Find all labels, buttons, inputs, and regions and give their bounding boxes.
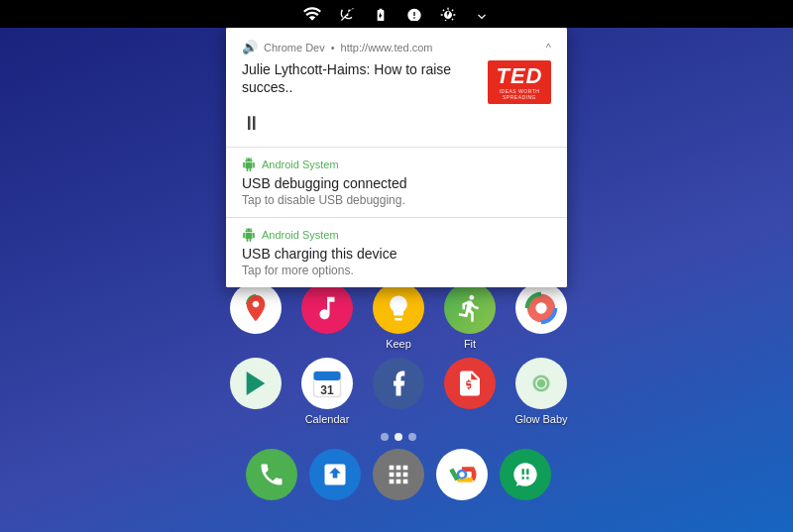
system1-app-name: Android System [262, 159, 339, 170]
dock-inbox[interactable] [303, 449, 367, 500]
notif-media-header: 🔊 Chrome Dev • http://www.ted.com ^ [242, 40, 551, 54]
alarm-icon [440, 7, 456, 21]
dot-3 [408, 433, 416, 441]
app-keep[interactable]: Keep [365, 282, 432, 350]
notification-panel: 🔊 Chrome Dev • http://www.ted.com ^ Juli… [226, 28, 567, 287]
calendar-icon: 31 [301, 358, 353, 409]
page-indicator [220, 433, 577, 441]
wifi-icon [303, 7, 321, 21]
app-row-2: 31 Calendar [220, 358, 577, 425]
calendar-label: Calendar [305, 413, 350, 425]
svg-text:31: 31 [320, 383, 334, 397]
android-icon [242, 158, 256, 171]
battery-icon [373, 7, 389, 21]
ted-logo: TED IDEAS WORTH SPREADING [488, 60, 551, 104]
svg-point-6 [537, 379, 546, 388]
app-grid: Keep Fit [220, 282, 577, 500]
system2-header: Android System [242, 228, 551, 242]
app-play[interactable] [222, 358, 289, 425]
volume-icon: 🔊 [242, 40, 258, 54]
app-glow-baby[interactable]: Glow Baby [508, 358, 575, 425]
inbox-icon [309, 449, 361, 500]
chrome-icon [436, 449, 488, 500]
media-notification[interactable]: 🔊 Chrome Dev • http://www.ted.com ^ Juli… [226, 28, 567, 148]
keep-icon [373, 282, 424, 334]
fit-icon [444, 282, 496, 334]
notif-url: • [331, 42, 335, 53]
svg-marker-1 [247, 372, 266, 395]
usb-debug-title: USB debugging connected [242, 175, 551, 191]
app-row-1: Keep Fit [220, 282, 577, 350]
glow-baby-label: Glow Baby [514, 413, 567, 425]
phone-icon [246, 449, 297, 500]
app-calendar[interactable]: 31 Calendar [293, 358, 361, 425]
music-icon [301, 282, 353, 334]
notif-app-name: Chrome Dev [264, 42, 325, 53]
photos-icon [515, 282, 567, 334]
dock [220, 449, 577, 500]
notif-media-url: http://www.ted.com [341, 42, 433, 53]
ted-logo-text: TED [497, 65, 543, 87]
app-photos[interactable] [508, 282, 575, 350]
app-maps[interactable] [222, 282, 289, 350]
dot-1 [381, 433, 389, 441]
dock-phone[interactable] [240, 449, 303, 500]
usb-debug-notification[interactable]: Android System USB debugging connected T… [226, 148, 567, 218]
glow-baby-icon [515, 358, 567, 409]
expand-icon[interactable] [474, 7, 490, 21]
pause-button[interactable]: ⏸ [242, 112, 262, 135]
fit-label: Fit [464, 338, 476, 350]
app-fit[interactable]: Fit [436, 282, 504, 350]
app-music[interactable] [293, 282, 361, 350]
dock-chrome[interactable] [430, 449, 494, 500]
dock-launcher[interactable] [367, 449, 430, 500]
android-icon-2 [242, 228, 256, 242]
notif-content-row: Julie Lythcott-Haims: How to raise succe… [242, 60, 551, 104]
usb-debug-body: Tap to disable USB debugging. [242, 193, 551, 207]
maps-icon [230, 282, 282, 334]
svg-point-0 [535, 302, 546, 313]
quickoffice-icon [444, 358, 496, 409]
hangouts-icon [500, 449, 551, 500]
app-facebook[interactable] [365, 358, 432, 425]
play-icon [230, 358, 282, 409]
system1-header: Android System [242, 158, 551, 171]
notif-expand-icon: ^ [546, 42, 551, 53]
keep-label: Keep [386, 338, 411, 350]
launcher-icon [373, 449, 424, 500]
usb-charge-title: USB charging this device [242, 246, 551, 262]
notif-media-title: Julie Lythcott-Haims: How to raise succe… [242, 60, 488, 96]
usb-charge-body: Tap for more options. [242, 264, 551, 277]
media-controls: ⏸ [242, 112, 551, 135]
ted-logo-sub: IDEAS WORTH SPREADING [488, 88, 551, 100]
mute-icon [406, 7, 422, 21]
facebook-icon [373, 358, 424, 409]
svg-point-9 [459, 472, 464, 477]
dock-hangouts[interactable] [494, 449, 557, 500]
dot-2 [395, 433, 402, 441]
status-bar [0, 0, 793, 28]
signal-icon [339, 7, 355, 21]
svg-rect-3 [314, 372, 341, 380]
usb-charge-notification[interactable]: Android System USB charging this device … [226, 218, 567, 287]
system2-app-name: Android System [262, 229, 339, 241]
app-quickoffice[interactable] [436, 358, 504, 425]
